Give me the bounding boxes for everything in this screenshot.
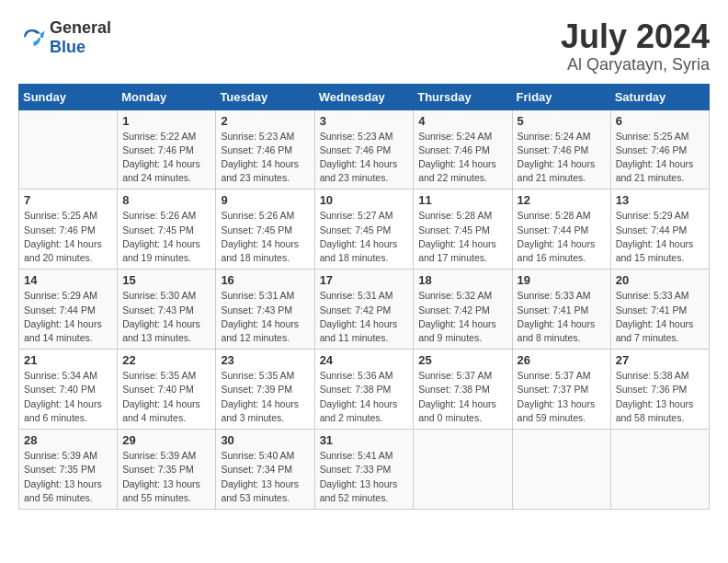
day-number: 4 <box>418 114 506 128</box>
calendar-cell: 10Sunrise: 5:27 AMSunset: 7:45 PMDayligh… <box>314 190 414 270</box>
day-number: 15 <box>122 273 210 287</box>
calendar-week-row: 14Sunrise: 5:29 AMSunset: 7:44 PMDayligh… <box>19 270 710 350</box>
calendar-cell: 23Sunrise: 5:35 AMSunset: 7:39 PMDayligh… <box>216 350 314 430</box>
day-number: 10 <box>320 193 409 207</box>
day-number: 9 <box>221 193 309 207</box>
calendar-cell: 2Sunrise: 5:23 AMSunset: 7:46 PMDaylight… <box>216 109 314 190</box>
day-number: 26 <box>518 353 606 367</box>
calendar-cell: 24Sunrise: 5:36 AMSunset: 7:38 PMDayligh… <box>314 350 414 430</box>
calendar-cell: 17Sunrise: 5:31 AMSunset: 7:42 PMDayligh… <box>314 270 414 350</box>
day-number: 21 <box>24 353 112 367</box>
day-info: Sunrise: 5:31 AMSunset: 7:42 PMDaylight:… <box>320 289 409 345</box>
day-info: Sunrise: 5:30 AMSunset: 7:43 PMDaylight:… <box>122 289 210 345</box>
day-info: Sunrise: 5:35 AMSunset: 7:39 PMDaylight:… <box>221 369 309 425</box>
page-header: General Blue July 2024 Al Qaryatayn, Syr… <box>18 18 710 75</box>
calendar-cell: 14Sunrise: 5:29 AMSunset: 7:44 PMDayligh… <box>19 270 118 350</box>
logo-icon <box>18 24 46 52</box>
calendar-cell: 6Sunrise: 5:25 AMSunset: 7:46 PMDaylight… <box>610 109 709 190</box>
day-info: Sunrise: 5:23 AMSunset: 7:46 PMDaylight:… <box>221 130 309 186</box>
day-info: Sunrise: 5:29 AMSunset: 7:44 PMDaylight:… <box>24 289 112 345</box>
calendar-cell: 26Sunrise: 5:37 AMSunset: 7:37 PMDayligh… <box>512 350 610 430</box>
calendar-table: SundayMondayTuesdayWednesdayThursdayFrid… <box>18 84 710 510</box>
day-info: Sunrise: 5:39 AMSunset: 7:35 PMDaylight:… <box>122 449 210 505</box>
weekday-header: Wednesday <box>314 84 414 109</box>
day-number: 12 <box>518 193 606 207</box>
day-info: Sunrise: 5:36 AMSunset: 7:38 PMDaylight:… <box>320 369 409 425</box>
title-block: July 2024 Al Qaryatayn, Syria <box>561 18 710 75</box>
day-number: 28 <box>24 433 112 447</box>
calendar-week-row: 21Sunrise: 5:34 AMSunset: 7:40 PMDayligh… <box>19 350 710 430</box>
calendar-cell: 22Sunrise: 5:35 AMSunset: 7:40 PMDayligh… <box>118 350 216 430</box>
calendar-cell: 16Sunrise: 5:31 AMSunset: 7:43 PMDayligh… <box>216 270 314 350</box>
day-number: 6 <box>616 114 704 128</box>
day-info: Sunrise: 5:32 AMSunset: 7:42 PMDaylight:… <box>418 289 506 345</box>
day-number: 2 <box>221 114 309 128</box>
day-number: 17 <box>320 273 409 287</box>
calendar-cell: 1Sunrise: 5:22 AMSunset: 7:46 PMDaylight… <box>118 109 216 190</box>
day-number: 14 <box>24 273 112 287</box>
calendar-cell: 20Sunrise: 5:33 AMSunset: 7:41 PMDayligh… <box>610 270 709 350</box>
day-info: Sunrise: 5:28 AMSunset: 7:44 PMDaylight:… <box>518 209 606 265</box>
calendar-cell: 25Sunrise: 5:37 AMSunset: 7:38 PMDayligh… <box>414 350 512 430</box>
day-number: 19 <box>518 273 606 287</box>
page-title: July 2024 <box>561 18 710 55</box>
calendar-week-row: 7Sunrise: 5:25 AMSunset: 7:46 PMDaylight… <box>19 190 710 270</box>
day-number: 20 <box>616 273 704 287</box>
calendar-cell: 5Sunrise: 5:24 AMSunset: 7:46 PMDaylight… <box>512 109 610 190</box>
day-number: 13 <box>616 193 704 207</box>
logo: General Blue <box>18 18 111 57</box>
calendar-cell: 7Sunrise: 5:25 AMSunset: 7:46 PMDaylight… <box>19 190 118 270</box>
calendar-cell: 29Sunrise: 5:39 AMSunset: 7:35 PMDayligh… <box>118 430 216 510</box>
day-number: 25 <box>418 353 506 367</box>
day-info: Sunrise: 5:41 AMSunset: 7:33 PMDaylight:… <box>320 449 409 505</box>
calendar-cell: 8Sunrise: 5:26 AMSunset: 7:45 PMDaylight… <box>118 190 216 270</box>
day-info: Sunrise: 5:29 AMSunset: 7:44 PMDaylight:… <box>616 209 704 265</box>
weekday-header: Tuesday <box>216 84 314 109</box>
weekday-header: Thursday <box>414 84 512 109</box>
day-info: Sunrise: 5:25 AMSunset: 7:46 PMDaylight:… <box>616 130 704 186</box>
day-info: Sunrise: 5:37 AMSunset: 7:38 PMDaylight:… <box>418 369 506 425</box>
day-number: 16 <box>221 273 309 287</box>
day-info: Sunrise: 5:33 AMSunset: 7:41 PMDaylight:… <box>616 289 704 345</box>
day-number: 8 <box>122 193 210 207</box>
calendar-cell: 12Sunrise: 5:28 AMSunset: 7:44 PMDayligh… <box>512 190 610 270</box>
calendar-cell: 31Sunrise: 5:41 AMSunset: 7:33 PMDayligh… <box>314 430 414 510</box>
day-info: Sunrise: 5:26 AMSunset: 7:45 PMDaylight:… <box>221 209 309 265</box>
calendar-cell: 15Sunrise: 5:30 AMSunset: 7:43 PMDayligh… <box>118 270 216 350</box>
weekday-header: Monday <box>118 84 216 109</box>
calendar-cell: 3Sunrise: 5:23 AMSunset: 7:46 PMDaylight… <box>314 109 414 190</box>
logo-general: General <box>50 18 111 37</box>
calendar-cell <box>512 430 610 510</box>
day-number: 3 <box>320 114 409 128</box>
day-number: 11 <box>418 193 506 207</box>
weekday-header: Sunday <box>19 84 118 109</box>
calendar-cell: 18Sunrise: 5:32 AMSunset: 7:42 PMDayligh… <box>414 270 512 350</box>
day-number: 18 <box>418 273 506 287</box>
weekday-header: Saturday <box>610 84 709 109</box>
page-subtitle: Al Qaryatayn, Syria <box>561 55 710 75</box>
day-number: 30 <box>221 433 309 447</box>
day-number: 1 <box>122 114 210 128</box>
calendar-cell: 11Sunrise: 5:28 AMSunset: 7:45 PMDayligh… <box>414 190 512 270</box>
calendar-cell <box>610 430 709 510</box>
calendar-week-row: 1Sunrise: 5:22 AMSunset: 7:46 PMDaylight… <box>19 109 710 190</box>
calendar-week-row: 28Sunrise: 5:39 AMSunset: 7:35 PMDayligh… <box>19 430 710 510</box>
logo-text: General Blue <box>50 18 111 57</box>
day-info: Sunrise: 5:24 AMSunset: 7:46 PMDaylight:… <box>418 130 506 186</box>
day-info: Sunrise: 5:40 AMSunset: 7:34 PMDaylight:… <box>221 449 309 505</box>
calendar-cell: 27Sunrise: 5:38 AMSunset: 7:36 PMDayligh… <box>610 350 709 430</box>
day-info: Sunrise: 5:24 AMSunset: 7:46 PMDaylight:… <box>518 130 606 186</box>
day-number: 22 <box>122 353 210 367</box>
calendar-cell: 13Sunrise: 5:29 AMSunset: 7:44 PMDayligh… <box>610 190 709 270</box>
weekday-header: Friday <box>512 84 610 109</box>
day-info: Sunrise: 5:25 AMSunset: 7:46 PMDaylight:… <box>24 209 112 265</box>
day-info: Sunrise: 5:34 AMSunset: 7:40 PMDaylight:… <box>24 369 112 425</box>
day-info: Sunrise: 5:37 AMSunset: 7:37 PMDaylight:… <box>518 369 606 425</box>
day-info: Sunrise: 5:35 AMSunset: 7:40 PMDaylight:… <box>122 369 210 425</box>
weekday-header-row: SundayMondayTuesdayWednesdayThursdayFrid… <box>19 84 710 109</box>
calendar-cell: 28Sunrise: 5:39 AMSunset: 7:35 PMDayligh… <box>19 430 118 510</box>
logo-blue: Blue <box>50 38 85 56</box>
day-info: Sunrise: 5:31 AMSunset: 7:43 PMDaylight:… <box>221 289 309 345</box>
calendar-cell: 9Sunrise: 5:26 AMSunset: 7:45 PMDaylight… <box>216 190 314 270</box>
day-info: Sunrise: 5:27 AMSunset: 7:45 PMDaylight:… <box>320 209 409 265</box>
